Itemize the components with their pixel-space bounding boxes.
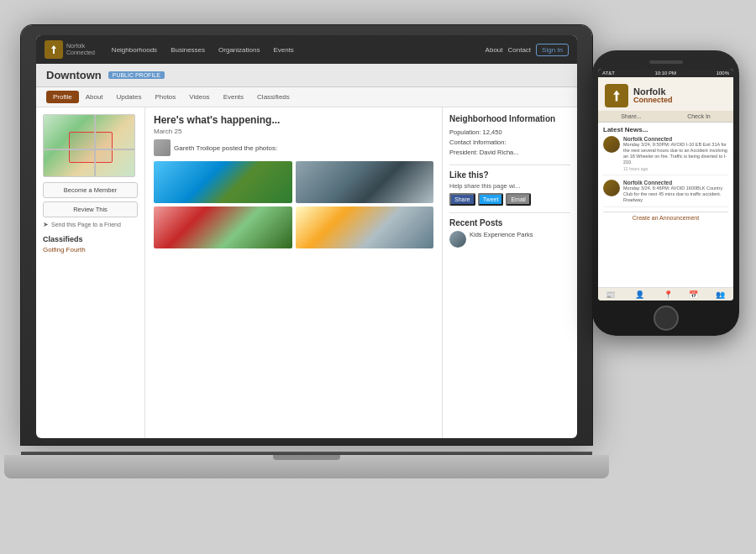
logo-sub-text: Connected: [66, 50, 95, 56]
checkin-action[interactable]: Check In: [687, 113, 711, 119]
subnav-about[interactable]: About: [79, 91, 110, 103]
subnav-events[interactable]: Events: [217, 91, 250, 103]
laptop-body: Norfolk Connected Neighborhoods Business…: [21, 25, 592, 445]
laptop-screen-bezel: Norfolk Connected Neighborhoods Business…: [36, 35, 577, 438]
subnav-videos[interactable]: Videos: [182, 91, 216, 103]
photo-2[interactable]: [296, 161, 434, 203]
neighborhood-title: Neighborhood Information: [449, 114, 570, 124]
happening-title: Here's what's happening...: [154, 114, 433, 126]
sub-nav: Profile About Updates Photos Videos Even…: [36, 87, 577, 107]
tab-myprofile-label: My Profile: [630, 300, 650, 301]
photo-1[interactable]: [154, 161, 292, 203]
phone-content: Latest News... Norfolk Connected Monday …: [598, 123, 733, 287]
photo-4[interactable]: [296, 206, 434, 248]
classifieds-link[interactable]: Golfing Fourth: [43, 246, 138, 253]
tab-map[interactable]: 📍 Map: [664, 290, 673, 301]
phone-nav: Norfolk Connected: [598, 77, 733, 111]
become-member-button[interactable]: Become a Member: [43, 182, 138, 198]
events-tab-icon: 📅: [689, 290, 698, 299]
nav-organizations[interactable]: Organizations: [215, 44, 263, 55]
carrier-text: AT&T: [602, 71, 615, 76]
send-friend-text: Send this Page to a Friend: [51, 222, 121, 227]
nav-links: Neighborhoods Businesses Organizations E…: [108, 44, 480, 55]
tab-events[interactable]: 📅 Events: [686, 290, 701, 301]
population-info: Population: 12,450: [449, 128, 570, 138]
nav-events[interactable]: Events: [270, 44, 297, 55]
battery-text: 100%: [717, 71, 729, 76]
subnav-classifieds[interactable]: Classifieds: [250, 91, 297, 103]
map-image: [43, 114, 135, 177]
send-icon: ➤: [43, 221, 49, 228]
nav-neighborhoods[interactable]: Neighborhoods: [108, 44, 160, 55]
tab-map-label: Map: [664, 300, 673, 301]
phone: AT&T 10:10 PM 100% Norfolk Connected: [592, 50, 739, 336]
news-item-1: Norfolk Connected Monday 3/24, 9:50PM: A…: [603, 136, 728, 175]
news-icon-2: [603, 180, 620, 196]
phone-screen: AT&T 10:10 PM 100% Norfolk Connected: [598, 69, 733, 301]
phone-home-button[interactable]: [654, 306, 679, 331]
scene: Norfolk Connected Neighborhoods Business…: [0, 0, 756, 554]
right-sidebar: Neighborhood Information Population: 12,…: [443, 107, 577, 438]
share-facebook[interactable]: Share: [449, 193, 475, 206]
share-action[interactable]: Share...: [621, 113, 642, 119]
phone-speaker: [649, 60, 683, 64]
page-title: Downtown: [46, 69, 102, 81]
tab-profile-label: Profile: [713, 300, 727, 301]
content-area: Become a Member Review This ➤ Send this …: [36, 107, 577, 438]
tab-news-label: News: [605, 300, 617, 301]
classifieds-title: Classifieds: [43, 235, 138, 243]
like-section: Like this? Help share this page wi... Sh…: [449, 165, 570, 206]
page-header: Downtown PUBLIC PROFILE: [36, 64, 577, 87]
photo-3[interactable]: [154, 206, 292, 248]
share-twitter[interactable]: Tweet: [478, 193, 504, 206]
phone-status-bar: AT&T 10:10 PM 100%: [598, 69, 733, 77]
like-title: Like this?: [449, 170, 570, 180]
phone-tab-bar: 📰 News 👤 My Profile 📍 Map 📅 Events: [598, 287, 733, 301]
recent-posts: Recent Posts Kids Experience Parks: [449, 212, 570, 248]
news-text-2: Norfolk Connected Monday 3/24, 6:46PM: A…: [623, 180, 728, 203]
subnav-updates[interactable]: Updates: [110, 91, 149, 103]
main-content: Here's what's happening... March 25 Gare…: [145, 107, 443, 438]
phone-body: AT&T 10:10 PM 100% Norfolk Connected: [592, 50, 739, 336]
time-text: 10:10 PM: [654, 71, 676, 76]
logo-text: Norfolk Connected: [66, 43, 95, 55]
phone-brand: Norfolk Connected: [633, 86, 673, 105]
myprofile-tab-icon: 👤: [635, 290, 644, 299]
news-source-2: Norfolk Connected: [623, 180, 728, 186]
nav-about[interactable]: About: [486, 46, 503, 54]
nav-right: About Contact Sign In: [486, 44, 569, 56]
subnav-profile[interactable]: Profile: [46, 91, 79, 103]
signin-button[interactable]: Sign In: [536, 44, 569, 56]
post-avatar: [154, 139, 171, 156]
nav-contact[interactable]: Contact: [508, 46, 532, 54]
news-body-2: Monday 3/24, 6:46PM: AVOID 1600BLK Count…: [623, 186, 728, 203]
news-label: Latest News...: [603, 126, 728, 133]
phone-action-bar: Share... Check In: [598, 111, 733, 123]
tab-news[interactable]: 📰 News: [605, 290, 617, 301]
create-announcement[interactable]: Create an Announcement: [603, 212, 728, 223]
recent-text: Kids Experience Parks: [470, 231, 533, 238]
phone-logo-icon: [605, 84, 628, 107]
share-email[interactable]: Email: [506, 193, 531, 206]
review-button[interactable]: Review This: [43, 201, 138, 217]
news-source-1: Norfolk Connected: [623, 136, 728, 142]
recent-posts-title: Recent Posts: [449, 218, 570, 227]
map-tab-icon: 📍: [664, 290, 673, 299]
site-logo: Norfolk Connected: [45, 40, 95, 59]
neighborhood-info: Population: 12,450 Contact Information: …: [449, 128, 570, 158]
contact-info: Contact Information:: [449, 138, 570, 148]
website: Norfolk Connected Neighborhoods Business…: [36, 35, 577, 438]
president-info: President: David Richa...: [449, 148, 570, 158]
nav-businesses[interactable]: Businesses: [167, 44, 208, 55]
news-time-1: 12 hours ago: [623, 166, 728, 171]
logo-main-text: Norfolk: [66, 43, 95, 50]
photo-grid: [154, 161, 433, 248]
post-text: Gareth Trollope posted the photos:: [174, 144, 277, 152]
left-sidebar: Become a Member Review This ➤ Send this …: [36, 107, 145, 438]
send-friend-link[interactable]: ➤ Send this Page to a Friend: [43, 221, 138, 228]
subnav-photos[interactable]: Photos: [148, 91, 182, 103]
tab-myprofile[interactable]: 👤 My Profile: [630, 290, 650, 301]
laptop-base: [4, 455, 609, 478]
tab-profile[interactable]: 👥 Profile: [713, 290, 727, 301]
post-info: Gareth Trollope posted the photos:: [154, 139, 433, 156]
